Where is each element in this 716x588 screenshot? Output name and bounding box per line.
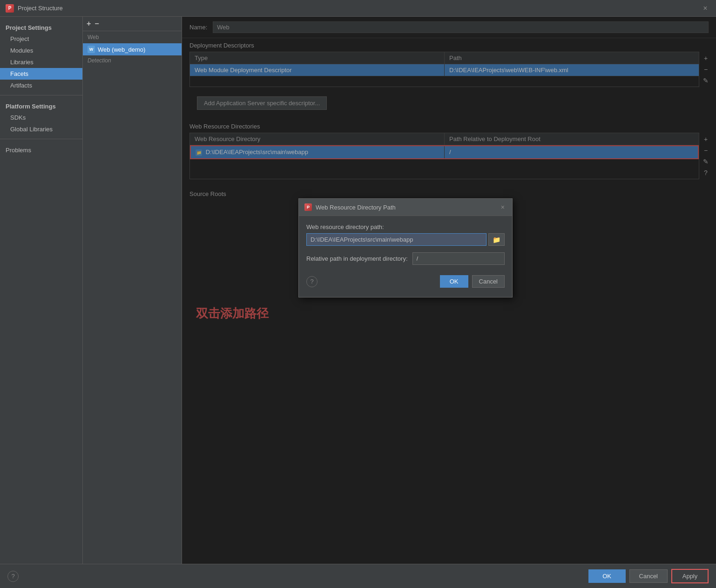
dialog: P Web Resource Directory Path × Web reso… <box>298 198 513 297</box>
tree-toolbar: + − <box>83 17 182 31</box>
window-title: Project Structure <box>18 5 63 12</box>
tree-item-label: Web (web_demo) <box>98 46 145 53</box>
sidebar-item-problems[interactable]: Problems <box>0 143 82 155</box>
dialog-path-input[interactable] <box>306 233 486 246</box>
sidebar-divider <box>0 95 82 95</box>
dialog-help-button[interactable]: ? <box>306 276 317 287</box>
platform-settings-label: Platform Settings <box>0 99 82 112</box>
dialog-close-button[interactable]: × <box>499 203 507 212</box>
app-icon: P <box>6 4 14 13</box>
web-facet-icon: W <box>88 46 95 53</box>
dialog-buttons: ? OK Cancel <box>306 271 505 290</box>
dialog-app-icon: P <box>304 203 312 211</box>
sidebar-item-global-libraries[interactable]: Global Libraries <box>0 123 82 135</box>
sidebar-item-libraries[interactable]: Libraries <box>0 56 82 68</box>
dialog-browse-button[interactable]: 📁 <box>488 233 505 246</box>
sidebar-item-facets[interactable]: Facets <box>0 68 82 80</box>
dialog-title-left: P Web Resource Directory Path <box>304 203 396 211</box>
dialog-body: Web resource directory path: 📁 Relative … <box>299 216 512 297</box>
tree-remove-button[interactable]: − <box>95 20 99 28</box>
ok-button[interactable]: OK <box>588 569 626 583</box>
bottom-left: ? <box>7 571 19 582</box>
content-area: + − Web W Web (web_demo) Detection Name: <box>83 17 716 564</box>
dialog-input-row: 📁 <box>306 233 505 246</box>
tree-item-web[interactable]: W Web (web_demo) <box>83 43 182 55</box>
dialog-cancel-button[interactable]: Cancel <box>472 275 505 288</box>
tree-add-button[interactable]: + <box>87 20 91 28</box>
bottom-bar: ? OK Cancel Apply <box>0 564 716 588</box>
cancel-button[interactable]: Cancel <box>629 569 668 583</box>
dialog-relpath-label: Relative path in deployment directory: <box>306 255 408 262</box>
dialog-btn-group: OK Cancel <box>440 275 505 288</box>
dialog-relpath-input[interactable] <box>412 252 505 265</box>
tree-section-label: Web <box>83 31 182 43</box>
tree-panel: + − Web W Web (web_demo) Detection <box>83 17 182 564</box>
sidebar-item-sdks[interactable]: SDKs <box>0 112 82 123</box>
sidebar-item-project[interactable]: Project <box>0 33 82 45</box>
dialog-ok-button[interactable]: OK <box>440 275 468 288</box>
close-button[interactable]: × <box>700 3 710 14</box>
dialog-relpath-row: Relative path in deployment directory: <box>306 252 505 265</box>
title-bar: P Project Structure × <box>0 0 716 17</box>
sidebar-divider-2 <box>0 139 82 139</box>
detail-panel: Name: Deployment Descriptors Type Path <box>182 17 716 564</box>
title-bar-left: P Project Structure <box>6 4 63 13</box>
main-layout: Project Settings Project Modules Librari… <box>0 17 716 564</box>
apply-button[interactable]: Apply <box>671 569 709 583</box>
dialog-title: Web Resource Directory Path <box>316 204 396 211</box>
sidebar: Project Settings Project Modules Librari… <box>0 17 83 564</box>
sidebar-item-modules[interactable]: Modules <box>0 45 82 56</box>
bottom-right: OK Cancel Apply <box>588 569 709 583</box>
project-settings-label: Project Settings <box>0 20 82 33</box>
sidebar-item-artifacts[interactable]: Artifacts <box>0 80 82 91</box>
bottom-help-button[interactable]: ? <box>7 571 19 582</box>
detection-label: Detection <box>83 55 182 66</box>
dialog-title-bar: P Web Resource Directory Path × <box>299 199 512 216</box>
dialog-path-label: Web resource directory path: <box>306 223 505 230</box>
